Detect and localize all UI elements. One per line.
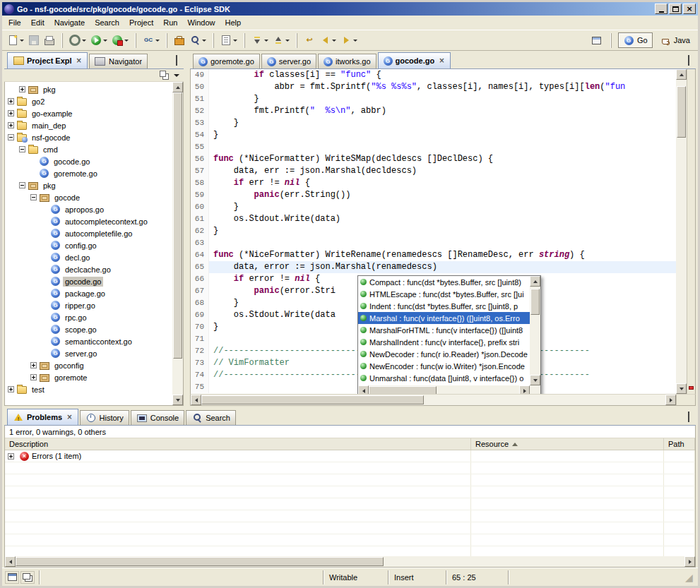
tree-item-autocompletecontext-go[interactable]: autocompletecontext.go <box>5 215 172 227</box>
minimize-view-button[interactable] <box>158 56 169 66</box>
scroll-up-button[interactable] <box>172 82 183 92</box>
code-line[interactable]: 65 data, error := json.Marshal(renamedes… <box>191 261 676 273</box>
maximize-button[interactable] <box>669 4 682 14</box>
tab-console[interactable]: Console <box>131 410 184 425</box>
collapse-icon[interactable] <box>30 194 37 200</box>
expand-icon[interactable] <box>8 453 14 460</box>
tree-item-config-go[interactable]: config.go <box>5 239 172 251</box>
run-history-button[interactable] <box>109 32 131 49</box>
code-line[interactable]: 63 <box>191 237 676 249</box>
code-line[interactable]: 49 if classes[i] == "func" { <box>191 69 676 81</box>
completion-vscrollbar[interactable] <box>530 276 540 385</box>
code-line[interactable]: 61 os.Stdout.Write(data) <box>191 213 676 225</box>
completion-item[interactable]: NewEncoder : func(w io.Writer) *json.Enc… <box>358 360 530 372</box>
tree-item-nsf-gocode[interactable]: nsf-gocode <box>5 131 172 143</box>
completion-item[interactable]: Indent : func(dst *bytes.Buffer, src []u… <box>358 300 530 312</box>
tree-item-go-example[interactable]: go-example <box>5 107 172 119</box>
tree-item-semanticcontext-go[interactable]: semanticcontext.go <box>5 335 172 347</box>
menu-help[interactable]: Help <box>220 17 247 28</box>
tree-item-package-go[interactable]: package.go <box>5 287 172 299</box>
menu-project[interactable]: Project <box>124 17 158 28</box>
code-line[interactable]: 51 } <box>191 93 676 105</box>
expand-icon[interactable] <box>8 122 14 128</box>
scroll-right-button[interactable] <box>665 395 676 405</box>
tree-item-test[interactable]: test <box>5 383 172 395</box>
scroll-left-button[interactable] <box>191 395 201 405</box>
forward-button[interactable] <box>338 32 360 49</box>
scrollbar-track[interactable] <box>676 80 687 383</box>
open-toolbox-button[interactable] <box>172 32 187 49</box>
close-button[interactable]: × <box>683 4 696 14</box>
expand-icon[interactable] <box>19 86 25 92</box>
tree-item-pkg[interactable]: pkg <box>5 179 172 191</box>
show-view-button[interactable] <box>20 571 35 584</box>
scroll-down-button[interactable] <box>530 375 540 385</box>
tab-gocode-go[interactable]: gocode.go× <box>378 52 451 68</box>
expand-icon[interactable] <box>8 386 14 392</box>
completion-item[interactable]: Compact : func(dst *bytes.Buffer, src []… <box>358 276 530 288</box>
code-line[interactable]: 53 } <box>191 117 676 129</box>
tree-item-cmd[interactable]: cmd <box>5 143 172 155</box>
fast-view-button[interactable] <box>5 571 19 584</box>
tree-item-scope-go[interactable]: scope.go <box>5 323 172 335</box>
next-annotation-button[interactable] <box>249 32 271 49</box>
expand-icon[interactable] <box>30 374 37 380</box>
scrollbar-thumb[interactable] <box>173 92 182 359</box>
completion-item[interactable]: Unmarshal : func(data []uint8, v interfa… <box>358 372 530 384</box>
perspective-java-button[interactable]: Java <box>655 32 695 48</box>
tab-goremote-go[interactable]: goremote.go <box>193 54 260 68</box>
collapse-all-button[interactable] <box>158 70 170 81</box>
tab-server-go[interactable]: server.go <box>261 54 316 68</box>
tree-item-declcache-go[interactable]: declcache.go <box>5 263 172 275</box>
minimize-problems-button[interactable] <box>670 412 681 422</box>
scrollbar-track[interactable] <box>530 287 540 375</box>
tree-item-gocode-go[interactable]: gocode.go <box>5 275 172 287</box>
code-line[interactable]: 54} <box>191 129 676 141</box>
scroll-up-button[interactable] <box>530 276 540 287</box>
error-marker[interactable] <box>689 386 694 390</box>
maximize-editor-button[interactable] <box>683 56 694 66</box>
column-header-path[interactable]: Path <box>664 438 695 450</box>
expand-icon[interactable] <box>30 362 37 368</box>
completion-item[interactable]: HTMLEscape : func(dst *bytes.Buffer, src… <box>358 288 530 300</box>
scroll-left-button[interactable] <box>358 385 369 394</box>
close-icon[interactable]: × <box>439 57 444 64</box>
completion-item[interactable]: Marshal : func(v interface{}) ([]uint8, … <box>358 312 530 324</box>
menu-window[interactable]: Window <box>182 17 220 28</box>
close-icon[interactable]: × <box>76 57 82 64</box>
code-line[interactable]: 60 } <box>191 201 676 213</box>
prev-annotation-button[interactable] <box>271 32 292 49</box>
tree-item-pkg[interactable]: pkg <box>5 83 172 95</box>
code-line[interactable]: 58 if err != nil { <box>191 177 676 189</box>
editor-hscrollbar[interactable] <box>191 395 676 405</box>
scrollbar-track[interactable] <box>369 385 519 394</box>
collapse-icon[interactable] <box>19 146 25 152</box>
maximize-view-button[interactable] <box>171 56 182 66</box>
tab-navigator[interactable]: Navigator <box>89 54 148 68</box>
search-button[interactable] <box>187 32 208 49</box>
open-perspective-button[interactable] <box>588 32 604 49</box>
external-tools-button[interactable] <box>67 32 88 49</box>
resize-grip[interactable]: ◢ <box>685 572 695 582</box>
tab-search[interactable]: Search <box>186 410 236 425</box>
code-line[interactable]: 62} <box>191 225 676 237</box>
expand-icon[interactable] <box>8 110 14 116</box>
tab-history[interactable]: History <box>80 410 129 425</box>
code-line[interactable]: 57 data, err := json.Marshal(decldescs) <box>191 165 676 177</box>
tree-item-ripper-go[interactable]: ripper.go <box>5 299 172 311</box>
tab-itworks-go[interactable]: itworks.go <box>318 54 376 68</box>
code-line[interactable]: 52 fmt.Printf(" %s\n", abbr) <box>191 105 676 117</box>
menu-run[interactable]: Run <box>158 17 182 28</box>
tree-item-apropos-go[interactable]: apropos.go <box>5 203 172 215</box>
code-line[interactable]: 50 abbr = fmt.Sprintf("%s %s%s", classes… <box>191 81 676 93</box>
column-header-description[interactable]: Description <box>5 438 471 450</box>
titlebar[interactable]: Go - nsf-gocode/src/pkg/gocode/gocode.go… <box>2 2 698 16</box>
scroll-down-button[interactable] <box>676 383 687 394</box>
completion-item[interactable]: MarshalForHTML : func(v interface{}) ([]… <box>358 324 530 336</box>
run-button[interactable] <box>88 32 109 49</box>
scroll-left-button[interactable] <box>5 556 16 567</box>
editor-vscrollbar[interactable] <box>676 69 687 394</box>
perspective-go-button[interactable]: Go <box>618 32 653 48</box>
tree-item-goremote-go[interactable]: goremote.go <box>5 167 172 179</box>
code-line[interactable]: 64func (*NiceFormatter) WriteRename(rena… <box>191 249 676 261</box>
